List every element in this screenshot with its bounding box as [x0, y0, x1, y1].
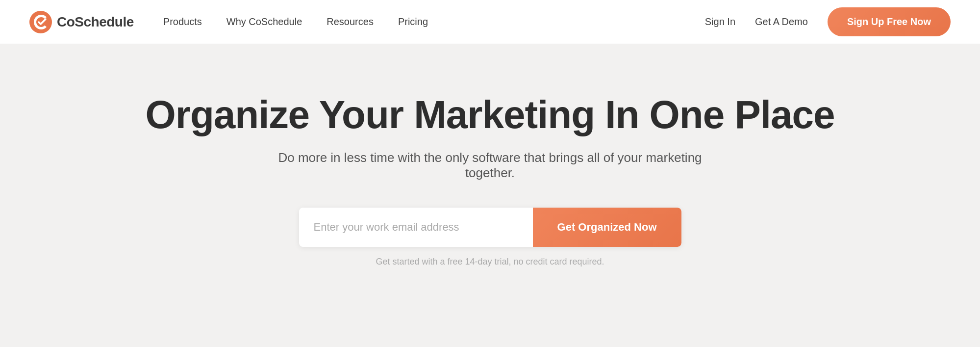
nav-item-resources[interactable]: Resources [327, 16, 374, 27]
navbar: CoSchedule Products Why CoSchedule Resou… [0, 0, 980, 44]
trial-text: Get started with a free 14-day trial, no… [376, 257, 604, 267]
email-form: Get Organized Now [299, 208, 681, 247]
logo-area[interactable]: CoSchedule [29, 11, 134, 33]
sign-in-link[interactable]: Sign In [705, 16, 735, 27]
email-input[interactable] [299, 208, 533, 247]
hero-subtitle: Do more in less time with the only softw… [270, 150, 711, 181]
signup-button[interactable]: Sign Up Free Now [828, 7, 951, 36]
nav-links: Products Why CoSchedule Resources Pricin… [163, 16, 705, 27]
nav-item-products[interactable]: Products [163, 16, 202, 27]
nav-right: Sign In Get A Demo Sign Up Free Now [705, 7, 951, 36]
nav-item-why-coschedule[interactable]: Why CoSchedule [226, 16, 302, 27]
get-organized-button[interactable]: Get Organized Now [533, 208, 681, 247]
coschedule-logo-icon [29, 11, 52, 33]
hero-section: Organize Your Marketing In One Place Do … [0, 44, 980, 306]
hero-title: Organize Your Marketing In One Place [146, 93, 835, 136]
svg-point-0 [29, 11, 52, 33]
nav-item-pricing[interactable]: Pricing [398, 16, 428, 27]
logo-text: CoSchedule [57, 14, 134, 30]
get-demo-link[interactable]: Get A Demo [755, 16, 808, 27]
